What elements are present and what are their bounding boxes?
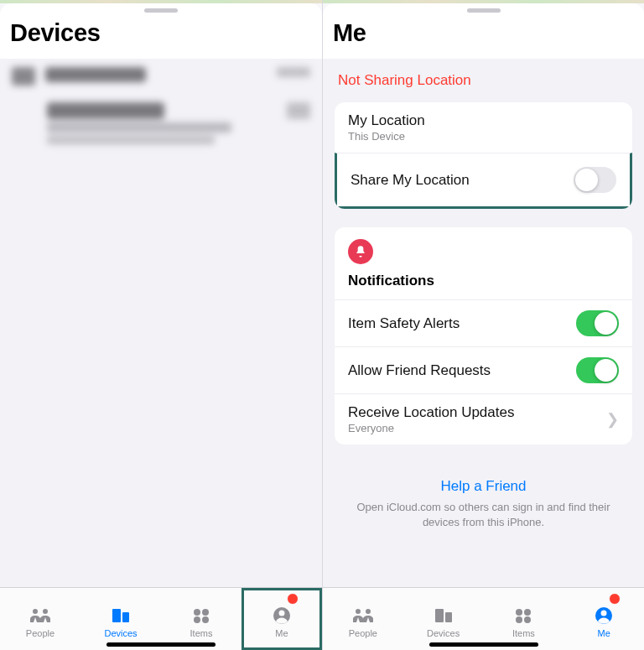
item-safety-title: Item Safety Alerts [348,315,460,332]
svg-point-4 [194,616,200,623]
page-title: Me [323,16,644,59]
receive-location-updates-cell[interactable]: Receive Location Updates Everyone ❯ [335,393,632,445]
receive-updates-title: Receive Location Updates [348,404,514,421]
chevron-right-icon: ❯ [606,410,619,429]
svg-rect-9 [445,612,452,622]
tab-label: People [349,628,377,638]
tab-bar-right: People Devices Items Me [323,587,644,650]
tab-label: Me [275,628,288,638]
svg-point-11 [524,609,531,616]
tab-label: Items [512,628,535,638]
svg-point-12 [516,616,522,623]
item-safety-toggle[interactable] [576,310,619,336]
tab-devices[interactable]: Devices [403,588,484,650]
sharing-status: Not Sharing Location [323,59,644,102]
me-settings: Not Sharing Location My Location This De… [323,59,644,650]
my-location-title: My Location [348,112,425,129]
left-pane: Devices People [0,0,322,650]
svg-point-15 [601,610,607,616]
devices-icon [109,606,132,626]
people-icon [351,606,375,626]
tab-label: Me [597,628,610,638]
tab-label: Items [190,628,213,638]
right-pane: Me Not Sharing Location My Location This… [322,0,644,650]
svg-point-13 [524,616,531,623]
bell-icon [348,239,373,264]
sheet-grabber[interactable] [144,8,178,13]
device-row[interactable] [0,59,322,94]
tab-me[interactable]: Me [564,588,644,650]
devices-sheet-header: Devices [0,3,322,59]
my-location-cell[interactable]: My Location This Device [335,102,632,153]
sheet-grabber[interactable] [467,8,501,13]
home-indicator[interactable] [106,642,216,647]
blurred-content [0,59,322,153]
friend-requests-title: Allow Friend Requests [348,362,491,379]
tab-items[interactable]: Items [484,588,564,650]
share-location-title: Share My Location [351,172,470,189]
badge-dot [609,593,621,605]
tab-bar-left: People Devices Items Me [0,587,322,650]
share-my-location-cell[interactable]: Share My Location [335,153,632,209]
tab-me[interactable]: Me [242,588,322,650]
help-a-friend-link[interactable]: Help a Friend [440,478,526,495]
home-indicator[interactable] [429,642,538,647]
svg-point-7 [279,610,285,616]
page-title: Devices [0,16,322,59]
tab-devices[interactable]: Devices [80,588,161,650]
receive-updates-sub: Everyone [348,422,514,434]
items-icon [190,606,213,626]
help-subtext: Open iCloud.com so others can sign in an… [343,500,624,529]
my-location-sub: This Device [348,130,405,143]
me-icon [270,606,293,626]
item-safety-alerts-cell[interactable]: Item Safety Alerts [335,299,632,346]
help-section: Help a Friend Open iCloud.com so others … [323,463,644,544]
allow-friend-requests-cell[interactable]: Allow Friend Requests [335,346,632,393]
me-sheet-header: Me [323,3,644,59]
tab-items[interactable]: Items [161,588,242,650]
svg-point-2 [194,609,200,616]
device-row[interactable] [0,94,322,153]
items-icon [512,606,535,626]
svg-point-3 [202,609,209,616]
svg-rect-1 [122,612,129,622]
tab-people[interactable]: People [323,588,403,650]
tab-label: Devices [104,628,137,638]
devices-icon [432,606,455,626]
tab-label: Devices [427,628,460,638]
svg-rect-8 [435,609,444,622]
people-icon [29,606,52,626]
notifications-header-cell: Notifications [335,227,632,299]
tab-people[interactable]: People [0,588,80,650]
share-location-toggle[interactable] [574,167,616,193]
friend-requests-toggle[interactable] [576,357,619,383]
notifications-group: Notifications Item Safety Alerts Allow F… [335,227,632,445]
svg-point-5 [202,616,209,623]
badge-dot [287,593,299,605]
svg-rect-0 [112,609,121,622]
tab-label: People [26,628,55,638]
location-group: My Location This Device Share My Locatio… [335,102,632,209]
me-icon [592,606,615,626]
devices-list [0,59,322,650]
svg-point-10 [516,609,522,616]
notifications-header: Notifications [348,273,434,289]
device-thumb-icon [12,67,35,86]
